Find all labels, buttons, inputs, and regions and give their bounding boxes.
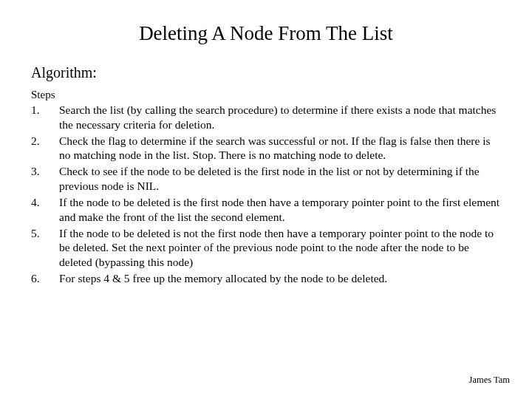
step-text: Check the flag to determine if the searc… xyxy=(59,134,501,163)
steps-list: 1. Search the list (by calling the searc… xyxy=(31,103,501,286)
step-text: If the node to be deleted is not the fir… xyxy=(59,226,501,270)
step-text: For steps 4 & 5 free up the memory alloc… xyxy=(59,271,501,286)
step-number: 6. xyxy=(31,271,59,286)
list-item: 6. For steps 4 & 5 free up the memory al… xyxy=(31,271,501,286)
step-number: 3. xyxy=(31,164,59,194)
step-number: 5. xyxy=(31,226,59,270)
list-item: 5. If the node to be deleted is not the … xyxy=(31,226,501,270)
steps-label: Steps xyxy=(31,89,501,101)
footer-author: James Tam xyxy=(469,375,510,386)
slide-title: Deleting A Node From The List xyxy=(31,22,501,45)
step-number: 2. xyxy=(31,134,59,163)
slide-content: Deleting A Node From The List Algorithm:… xyxy=(0,0,532,286)
list-item: 3. Check to see if the node to be delete… xyxy=(31,164,501,194)
list-item: 4. If the node to be deleted is the firs… xyxy=(31,195,501,225)
section-label: Algorithm: xyxy=(31,64,501,81)
step-text: Search the list (by calling the search p… xyxy=(59,103,501,132)
step-text: Check to see if the node to be deleted i… xyxy=(59,164,501,194)
step-text: If the node to be deleted is the first n… xyxy=(59,195,501,225)
list-item: 1. Search the list (by calling the searc… xyxy=(31,103,501,132)
step-number: 1. xyxy=(31,103,59,132)
list-item: 2. Check the flag to determine if the se… xyxy=(31,134,501,163)
step-number: 4. xyxy=(31,195,59,225)
